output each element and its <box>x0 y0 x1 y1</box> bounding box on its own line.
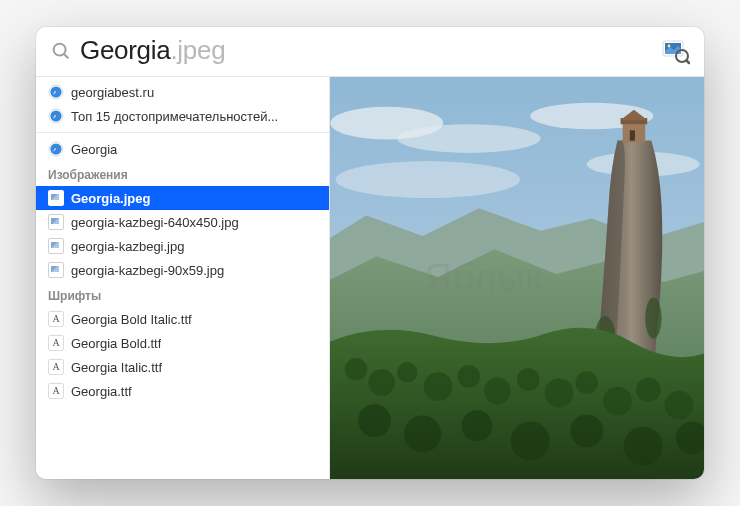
result-top-hit[interactable]: Georgia <box>36 137 329 161</box>
svg-point-35 <box>458 365 481 388</box>
svg-point-32 <box>368 369 395 396</box>
result-font-item[interactable]: AGeorgia Italic.ttf <box>36 355 329 379</box>
spotlight-window: Georgia.jpeg georgiabest.ruТоп 15 достоп… <box>36 27 704 479</box>
result-label: georgia-kazbegi-90x59.jpg <box>71 263 224 278</box>
svg-point-41 <box>636 377 661 402</box>
font-file-icon: A <box>48 359 64 375</box>
svg-point-31 <box>345 358 368 381</box>
result-label: Georgia.jpeg <box>71 191 150 206</box>
safari-icon <box>48 84 64 100</box>
svg-point-38 <box>545 379 574 408</box>
search-typed-text: Georgia <box>80 35 170 65</box>
result-web-item[interactable]: Топ 15 достопримечательностей... <box>36 104 329 128</box>
svg-point-44 <box>404 415 441 452</box>
result-label: Топ 15 достопримечательностей... <box>71 109 278 124</box>
result-image-item[interactable]: georgia-kazbegi.jpg <box>36 234 329 258</box>
svg-point-39 <box>575 371 598 394</box>
result-image-item[interactable]: georgia-kazbegi-90x59.jpg <box>36 258 329 282</box>
section-header: Шрифты <box>36 282 329 307</box>
image-file-icon <box>48 238 64 254</box>
content-area: georgiabest.ruТоп 15 достопримечательнос… <box>36 76 704 479</box>
search-icon <box>50 40 72 62</box>
safari-icon <box>48 141 64 157</box>
result-label: georgiabest.ru <box>71 85 154 100</box>
image-file-icon <box>48 190 64 206</box>
svg-point-43 <box>358 404 391 437</box>
divider <box>36 132 329 133</box>
svg-point-40 <box>603 387 632 416</box>
svg-point-0 <box>54 43 66 55</box>
preview-app-icon <box>662 37 690 65</box>
svg-rect-28 <box>630 130 635 140</box>
preview-pane: Яблык <box>330 77 704 479</box>
result-label: Georgia Italic.ttf <box>71 360 162 375</box>
font-file-icon: A <box>48 383 64 399</box>
result-image-item[interactable]: georgia-kazbegi-640x450.jpg <box>36 210 329 234</box>
svg-point-23 <box>335 161 520 198</box>
font-file-icon: A <box>48 335 64 351</box>
svg-point-21 <box>397 124 541 153</box>
font-file-icon: A <box>48 311 64 327</box>
section-header: Изображения <box>36 161 329 186</box>
result-image-item[interactable]: Georgia.jpeg <box>36 186 329 210</box>
svg-point-37 <box>517 368 540 391</box>
result-label: georgia-kazbegi.jpg <box>71 239 184 254</box>
svg-point-4 <box>668 44 671 47</box>
svg-point-48 <box>624 427 663 466</box>
result-label: georgia-kazbegi-640x450.jpg <box>71 215 239 230</box>
svg-point-36 <box>484 377 511 404</box>
result-label: Georgia.ttf <box>71 384 132 399</box>
result-font-item[interactable]: AGeorgia Bold.ttf <box>36 331 329 355</box>
svg-point-45 <box>462 410 493 441</box>
svg-point-33 <box>397 362 418 383</box>
svg-point-47 <box>570 414 603 447</box>
svg-point-30 <box>645 297 661 338</box>
image-file-icon <box>48 214 64 230</box>
search-input[interactable]: Georgia.jpeg <box>80 35 654 66</box>
preview-image <box>330 77 704 479</box>
results-list[interactable]: georgiabest.ruТоп 15 достопримечательнос… <box>36 77 330 479</box>
search-bar: Georgia.jpeg <box>36 27 704 76</box>
result-web-item[interactable]: georgiabest.ru <box>36 80 329 104</box>
svg-point-46 <box>511 422 550 461</box>
result-font-item[interactable]: AGeorgia.ttf <box>36 379 329 403</box>
result-label: Georgia <box>71 142 117 157</box>
result-label: Georgia Bold.ttf <box>71 336 161 351</box>
result-label: Georgia Bold Italic.ttf <box>71 312 192 327</box>
search-autocomplete-text: .jpeg <box>170 35 225 65</box>
svg-line-1 <box>64 53 68 57</box>
safari-icon <box>48 108 64 124</box>
svg-point-34 <box>424 372 453 401</box>
image-file-icon <box>48 262 64 278</box>
svg-line-6 <box>687 60 690 63</box>
svg-point-42 <box>665 391 694 420</box>
result-font-item[interactable]: AGeorgia Bold Italic.ttf <box>36 307 329 331</box>
